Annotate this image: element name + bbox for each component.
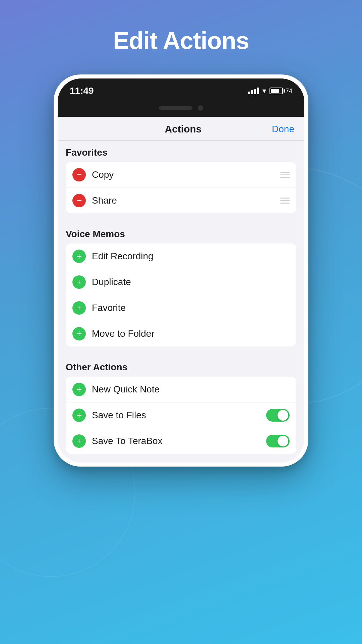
list-item[interactable]: Move to Folder [66,321,296,346]
plus-icon-save-to-terabox [72,434,86,448]
toggle-knob [278,436,288,446]
section-voice-memos-title: Voice Memos [66,229,296,239]
save-to-files-label: Save to Files [92,410,260,421]
battery-percent: 74 [286,88,292,95]
section-favorites: Favorites Copy [58,141,304,222]
toggle-knob [278,410,288,421]
plus-icon-new-quick-note [72,383,86,396]
notch-area [58,102,304,117]
list-item[interactable]: Favorite [66,295,296,321]
list-item[interactable]: Edit Recording [66,244,296,269]
section-favorites-title: Favorites [66,147,296,158]
page-title: Edit Actions [113,27,249,54]
nav-title: Actions [165,123,202,135]
save-to-terabox-label: Save To TeraBox [92,436,260,446]
status-bar: 11:49 ▾ 74 [58,78,304,102]
edit-recording-label: Edit Recording [92,251,290,262]
list-item[interactable]: New Quick Note [66,377,296,402]
section-voice-memos: Voice Memos Edit Recording Dup [58,222,304,355]
move-to-folder-label: Move to Folder [92,328,290,339]
signal-icon [248,88,259,94]
list-item[interactable]: Share [66,188,296,213]
list-item[interactable]: Copy [66,162,296,188]
status-icons: ▾ 74 [248,87,292,95]
section-other-actions-title: Other Actions [66,362,296,373]
favorite-label: Favorite [92,303,290,313]
drag-handle-copy[interactable] [280,172,290,178]
notch-pill [159,106,192,110]
notch [144,102,218,114]
new-quick-note-label: New Quick Note [92,384,290,395]
duplicate-label: Duplicate [92,277,290,287]
voice-memos-list: Edit Recording Duplicate Fav [66,244,296,346]
minus-icon-copy [72,168,86,181]
share-label: Share [92,195,274,206]
content-area: Actions Done Favorites Copy [58,117,304,463]
save-to-terabox-toggle[interactable] [266,435,290,447]
battery-icon: 74 [269,88,292,95]
notch-camera [198,105,203,111]
plus-icon-save-to-files [72,409,86,422]
save-to-files-toggle[interactable] [266,409,290,422]
drag-handle-share[interactable] [280,198,290,204]
list-item[interactable]: Save to Files [66,402,296,428]
plus-icon-move-to-folder [72,327,86,340]
plus-icon-edit-recording [72,250,86,263]
list-item[interactable]: Duplicate [66,269,296,295]
phone-frame: 11:49 ▾ 74 [54,74,308,467]
status-time: 11:49 [70,86,94,96]
other-actions-list: New Quick Note Save to Files [66,377,296,454]
plus-icon-duplicate [72,275,86,289]
minus-icon-share [72,194,86,207]
list-item[interactable]: Save To TeraBox [66,428,296,454]
wifi-icon: ▾ [262,87,266,95]
section-other-actions: Other Actions New Quick Note S [58,355,304,463]
phone-inner: 11:49 ▾ 74 [58,78,304,463]
done-button[interactable]: Done [272,124,294,135]
copy-label: Copy [92,169,274,180]
plus-icon-favorite [72,301,86,315]
nav-bar: Actions Done [58,117,304,141]
favorites-list: Copy Share [66,162,296,213]
